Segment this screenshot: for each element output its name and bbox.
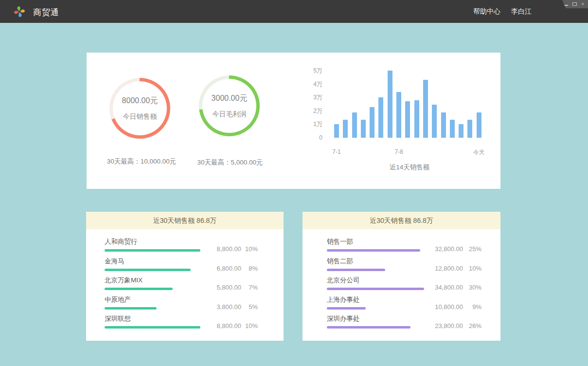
rank-item-amount: 3,800.00 <box>202 303 241 311</box>
list-item[interactable]: 人和商贸行 8,800.0010% <box>105 238 258 257</box>
rank-item-bar <box>105 288 173 290</box>
today-profit-value: 3000.00元 <box>212 93 248 104</box>
list-item[interactable]: 北京分公司 34,800.0030% <box>327 276 481 296</box>
sales-bar <box>370 107 374 138</box>
x-tick-label: 今天 <box>473 148 485 157</box>
sales-chart-y-axis: 01万2万3万4万5万 <box>291 53 322 140</box>
sales-bar <box>352 112 357 138</box>
rank-item-percent: 8% <box>241 265 258 272</box>
rank-item-bar <box>327 326 410 329</box>
rank-item-amount: 5,800.00 <box>202 284 241 291</box>
app-title-bar: 商贸通 帮助中心 李白江 <box>0 0 588 23</box>
rank-item-amount: 6,800.00 <box>202 265 241 272</box>
list-item[interactable]: 上海办事处 10,800.009% <box>327 296 481 315</box>
y-tick-label: 3万 <box>291 93 322 101</box>
rank-item-bar <box>105 269 191 271</box>
x-tick-label: 7-8 <box>394 148 403 155</box>
app-title: 商贸通 <box>33 7 59 18</box>
rank-item-percent: 26% <box>463 322 481 329</box>
customer-rank-title: 近30天销售额 86.8万 <box>86 212 284 229</box>
rank-item-percent: 25% <box>463 245 481 253</box>
today-sales-ring: 8000.00元 今日销售额 <box>109 78 170 139</box>
list-item[interactable]: 销售一部 32,800.0025% <box>327 238 481 257</box>
sales-bar <box>477 112 481 138</box>
y-tick-label: 1万 <box>291 120 322 128</box>
x-tick-label: 7-1 <box>332 148 340 155</box>
sales-bar <box>423 80 428 138</box>
help-center-link[interactable]: 帮助中心 <box>473 7 500 16</box>
y-tick-label: 0 <box>291 134 322 142</box>
rank-item-percent: 10% <box>241 245 258 253</box>
list-item[interactable]: 深圳联想 8,800.0010% <box>105 315 258 334</box>
sales-bar <box>441 112 446 138</box>
list-item[interactable]: 金海马 6,800.008% <box>105 257 258 277</box>
overview-card: 8000.00元 今日销售额 3000.00元 今日毛利润 30天最高：10,0… <box>87 53 500 189</box>
y-tick-label: 5万 <box>291 67 322 74</box>
sales-chart-caption: 近14天销售额 <box>332 163 487 172</box>
today-profit-caption: 今日毛利润 <box>213 110 247 119</box>
rank-item-bar <box>105 249 200 252</box>
rank-item-percent: 5% <box>241 303 258 311</box>
rank-item-percent: 10% <box>241 322 258 329</box>
rank-item-amount: 10,800.00 <box>418 303 463 311</box>
sales-bar <box>396 92 401 138</box>
rank-item-bar <box>105 326 200 329</box>
rank-item-amount: 34,800.00 <box>418 284 463 291</box>
sales-bar <box>450 120 455 138</box>
sales-bar <box>467 120 472 138</box>
rank-item-percent: 7% <box>241 284 258 291</box>
list-item[interactable]: 深圳办事处 23,800.0026% <box>327 315 481 334</box>
rank-item-bar <box>327 249 420 252</box>
department-rank-list: 销售一部 32,800.0025% 销售二部 12,800.0010% 北京分公… <box>303 229 500 334</box>
y-tick-label: 4万 <box>291 80 322 88</box>
customer-rank-card: 近30天销售额 86.8万 人和商贸行 8,800.0010% 金海马 6,80… <box>86 212 284 341</box>
pinwheel-logo-icon <box>13 5 26 18</box>
maximize-icon[interactable] <box>572 2 577 6</box>
sales-bar <box>343 120 348 138</box>
sales-bar <box>388 71 392 138</box>
sales-bar <box>432 105 437 138</box>
sales-bars <box>334 53 486 138</box>
rank-item-amount: 8,800.00 <box>202 322 241 329</box>
sales-bar <box>361 120 366 138</box>
today-profit-ring: 3000.00元 今日毛利润 <box>199 75 260 136</box>
rank-item-amount: 32,800.00 <box>418 245 463 253</box>
rank-item-percent: 10% <box>463 265 481 272</box>
rank-item-bar <box>105 307 157 310</box>
sales-bar <box>378 97 383 138</box>
department-rank-card: 近30天销售额 86.8万 销售一部 32,800.0025% 销售二部 12,… <box>303 212 500 341</box>
rank-item-bar <box>327 269 385 271</box>
sales-bar <box>459 124 463 138</box>
today-sales-value: 8000.00元 <box>122 96 158 106</box>
sales-chart-x-axis: 7-17-8今天 <box>87 148 500 156</box>
sales-bar <box>414 100 419 138</box>
customer-rank-list: 人和商贸行 8,800.0010% 金海马 6,800.008% 北京万象MIX… <box>86 229 284 334</box>
sales-bar <box>334 124 339 138</box>
rank-item-percent: 9% <box>463 303 481 311</box>
rank-item-bar <box>327 307 366 310</box>
y-tick-label: 2万 <box>291 107 322 115</box>
rank-item-amount: 12,800.00 <box>418 265 463 272</box>
rank-item-percent: 30% <box>463 284 481 291</box>
today-sales-caption: 今日销售额 <box>123 112 157 121</box>
close-icon[interactable]: × <box>581 2 584 7</box>
profit-30d-max: 30天最高：5,000.00元 <box>175 158 285 167</box>
list-item[interactable]: 中原地产 3,800.005% <box>105 296 258 315</box>
rank-item-amount: 8,800.00 <box>202 245 241 253</box>
list-item[interactable]: 销售二部 12,800.0010% <box>327 257 481 277</box>
rank-item-bar <box>327 288 424 290</box>
sales-bar <box>405 101 410 138</box>
current-user[interactable]: 李白江 <box>511 7 532 16</box>
list-item[interactable]: 北京万象MIX 5,800.007% <box>105 276 258 296</box>
department-rank-title: 近30天销售额 86.8万 <box>303 212 500 229</box>
rank-item-amount: 23,800.00 <box>418 322 463 329</box>
